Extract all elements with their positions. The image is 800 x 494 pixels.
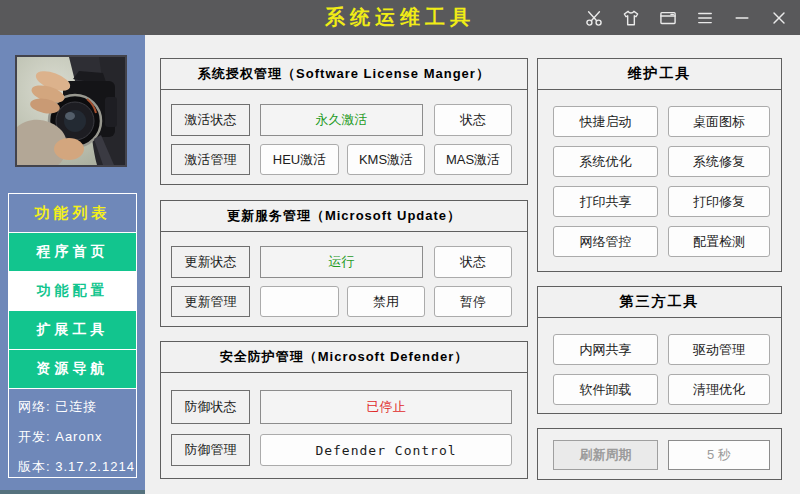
refresh-period-button[interactable]: 刷新周期 [553, 440, 658, 470]
activation-manage-button[interactable]: 激活管理 [171, 144, 250, 175]
defender-panel: 安全防护管理（Microsoft Defender） 防御状态 已停止 防御管理… [160, 341, 528, 479]
update-empty-field[interactable] [260, 286, 339, 317]
defender-control-button[interactable]: Defender Control [260, 434, 512, 466]
update-panel-title: 更新服务管理（Microsoft Update） [161, 201, 527, 232]
lan-share-button[interactable]: 内网共享 [553, 334, 658, 365]
shirt-theme-icon[interactable] [620, 7, 642, 29]
window-style-icon[interactable] [657, 7, 679, 29]
license-status-button[interactable]: 状态 [434, 104, 512, 136]
thirdparty-panel: 第三方工具 内网共享 驱动管理 软件卸载 清理优化 [537, 286, 782, 414]
license-panel: 系统授权管理（Software License Manger） 激活状态 永久激… [160, 58, 528, 185]
uninstall-button[interactable]: 软件卸载 [553, 374, 658, 405]
scissors-icon[interactable] [583, 7, 605, 29]
defense-status-button[interactable]: 防御状态 [171, 390, 250, 424]
print-repair-button[interactable]: 打印修复 [668, 186, 770, 217]
print-share-button[interactable]: 打印共享 [553, 186, 658, 217]
maintenance-panel-title: 维护工具 [538, 59, 781, 90]
network-control-button[interactable]: 网络管控 [553, 226, 658, 257]
desktop-icons-button[interactable]: 桌面图标 [668, 106, 770, 137]
menu-icon[interactable] [694, 7, 716, 29]
update-status-query-button[interactable]: 状态 [434, 246, 512, 278]
update-manage-button[interactable]: 更新管理 [171, 286, 250, 317]
window-controls [583, 0, 790, 35]
system-repair-button[interactable]: 系统修复 [668, 146, 770, 177]
refresh-interval-value[interactable]: 5 秒 [668, 440, 770, 470]
update-panel: 更新服务管理（Microsoft Update） 更新状态 运行 状态 更新管理… [160, 200, 528, 327]
minimize-icon[interactable] [731, 7, 753, 29]
defense-status-value: 已停止 [260, 390, 512, 424]
mas-activate-button[interactable]: MAS激活 [434, 144, 512, 175]
kms-activate-button[interactable]: KMS激活 [347, 144, 425, 175]
update-pause-button[interactable]: 暂停 [434, 286, 512, 317]
activation-status-value: 永久激活 [260, 104, 423, 136]
close-icon[interactable] [768, 7, 790, 29]
main-area: 系统授权管理（Software License Manger） 激活状态 永久激… [0, 35, 800, 494]
defender-panel-title: 安全防护管理（Microsoft Defender） [161, 342, 527, 373]
update-status-button[interactable]: 更新状态 [171, 246, 250, 278]
thirdparty-panel-title: 第三方工具 [538, 287, 781, 318]
update-status-value: 运行 [260, 246, 423, 278]
quick-launch-button[interactable]: 快捷启动 [553, 106, 658, 137]
cleanup-button[interactable]: 清理优化 [668, 374, 770, 405]
refresh-panel: 刷新周期 5 秒 [537, 428, 782, 480]
heu-activate-button[interactable]: HEU激活 [260, 144, 339, 175]
driver-manage-button[interactable]: 驱动管理 [668, 334, 770, 365]
defense-manage-button[interactable]: 防御管理 [171, 434, 250, 466]
maintenance-panel: 维护工具 快捷启动 桌面图标 系统优化 系统修复 打印共享 打印修复 网络管控 … [537, 58, 782, 272]
license-panel-title: 系统授权管理（Software License Manger） [161, 59, 527, 90]
update-disable-button[interactable]: 禁用 [347, 286, 425, 317]
system-optimize-button[interactable]: 系统优化 [553, 146, 658, 177]
config-check-button[interactable]: 配置检测 [668, 226, 770, 257]
titlebar: 系统运维工具 [0, 0, 800, 35]
activation-status-button[interactable]: 激活状态 [171, 104, 250, 136]
